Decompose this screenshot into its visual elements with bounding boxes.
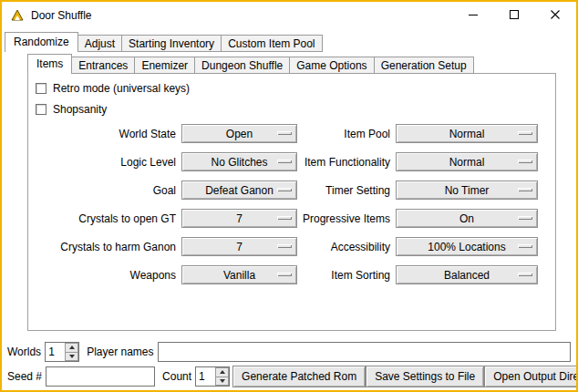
worlds-spinner-arrows <box>65 343 78 361</box>
items-pane: Retro mode (universal keys) Shopsanity W… <box>27 73 556 331</box>
weapons-value: Vanilla <box>223 269 255 282</box>
window: Door Shuffle Randomize Adjust Starting I… <box>0 0 578 392</box>
tab-starting-inventory[interactable]: Starting Inventory <box>121 35 222 52</box>
generate-patched-rom-button[interactable]: Generate Patched Rom <box>232 366 366 387</box>
tab-generation-setup[interactable]: Generation Setup <box>374 57 474 74</box>
count-spinner-up[interactable] <box>215 367 229 377</box>
spinner-down-icon <box>220 379 225 383</box>
world-state-dropdown[interactable]: Open <box>181 124 297 143</box>
app-icon <box>10 8 25 23</box>
form-row: Crystals to harm Ganon 7 Accessibility 1… <box>28 232 555 261</box>
item-functionality-dropdown[interactable]: Normal <box>396 152 538 171</box>
retro-mode-checkbox[interactable] <box>36 83 46 94</box>
worlds-value: 1 <box>46 343 65 361</box>
progressive-items-label: Progressive Items <box>297 212 396 225</box>
dropdown-indicator <box>518 188 532 191</box>
progressive-items-dropdown[interactable]: On <box>396 209 538 228</box>
window-controls <box>453 2 576 28</box>
tab-dungeon-shuffle[interactable]: Dungeon Shuffle <box>194 57 290 74</box>
item-pool-dropdown[interactable]: Normal <box>396 124 538 143</box>
accessibility-value: 100% Locations <box>428 241 505 253</box>
logic-level-dropdown[interactable]: No Glitches <box>181 152 297 171</box>
item-functionality-value: Normal <box>449 156 485 169</box>
item-sorting-dropdown[interactable]: Balanced <box>396 265 538 284</box>
tab-enemizer[interactable]: Enemizer <box>134 57 195 74</box>
goal-value: Defeat Ganon <box>205 184 274 197</box>
dropdown-indicator <box>277 216 292 220</box>
retro-mode-row: Retro mode (universal keys) <box>28 77 555 98</box>
shopsanity-row: Shopsanity <box>28 98 555 119</box>
item-sorting-value: Balanced <box>444 269 490 282</box>
tab-game-options[interactable]: Game Options <box>289 57 374 74</box>
tab-items[interactable]: Items <box>27 54 72 74</box>
player-names-input[interactable] <box>158 342 572 362</box>
form-row: Goal Defeat Ganon Timer Setting No Timer <box>28 176 555 204</box>
seed-input[interactable] <box>46 366 155 387</box>
logic-level-label: Logic Level <box>28 156 181 169</box>
shopsanity-label: Shopsanity <box>53 103 107 116</box>
world-state-label: World State <box>28 128 181 140</box>
item-sorting-label: Item Sorting <box>297 269 396 282</box>
goal-label: Goal <box>28 184 181 197</box>
outer-tab-bar: Randomize Adjust Starting Inventory Cust… <box>5 32 323 52</box>
count-spinner-arrows <box>215 367 229 386</box>
worlds-label: Worlds <box>7 346 41 358</box>
tab-randomize[interactable]: Randomize <box>5 32 78 52</box>
dropdown-indicator <box>277 244 292 248</box>
dropdown-indicator <box>277 273 292 276</box>
crystals-open-gt-value: 7 <box>236 212 243 225</box>
maximize-icon <box>510 10 520 20</box>
count-spinner-down[interactable] <box>215 377 229 387</box>
tab-adjust[interactable]: Adjust <box>77 35 122 52</box>
dropdown-indicator <box>518 131 532 135</box>
crystals-harm-ganon-label: Crystals to harm Ganon <box>28 241 181 253</box>
crystals-harm-ganon-value: 7 <box>236 241 243 253</box>
retro-mode-label: Retro mode (universal keys) <box>53 82 190 95</box>
spinner-up-icon <box>69 346 75 349</box>
count-spinner[interactable]: 1 <box>195 366 230 387</box>
worlds-spinner-down[interactable] <box>65 353 78 362</box>
form-row: Logic Level No Glitches Item Functionali… <box>28 148 555 176</box>
spinner-down-icon <box>69 355 75 358</box>
crystals-harm-ganon-dropdown[interactable]: 7 <box>181 237 297 256</box>
player-names-label: Player names <box>87 346 153 358</box>
accessibility-label: Accessibility <box>297 241 396 253</box>
timer-setting-dropdown[interactable]: No Timer <box>396 181 538 200</box>
spinner-up-icon <box>220 370 225 374</box>
crystals-open-gt-dropdown[interactable]: 7 <box>181 209 297 228</box>
worlds-spinner-up[interactable] <box>65 343 78 353</box>
options-form: World State Open Item Pool Normal Logic … <box>28 119 555 289</box>
weapons-label: Weapons <box>28 269 181 282</box>
tab-custom-item-pool[interactable]: Custom Item Pool <box>221 35 322 52</box>
form-row: Crystals to open GT 7 Progressive Items … <box>28 204 555 232</box>
worlds-row: Worlds 1 Player names <box>7 342 571 362</box>
save-settings-button[interactable]: Save Settings to File <box>366 366 484 387</box>
dropdown-indicator <box>277 131 292 135</box>
open-output-directory-button[interactable]: Open Output Directory <box>484 366 578 387</box>
worlds-spinner[interactable]: 1 <box>45 342 79 362</box>
titlebar: Door Shuffle <box>2 2 576 28</box>
dropdown-indicator <box>277 160 292 163</box>
minimize-button[interactable] <box>453 2 494 28</box>
goal-dropdown[interactable]: Defeat Ganon <box>181 181 297 200</box>
shopsanity-checkbox[interactable] <box>36 104 46 115</box>
accessibility-dropdown[interactable]: 100% Locations <box>396 237 538 256</box>
dropdown-indicator <box>277 188 292 191</box>
inner-tab-bar: Items Entrances Enemizer Dungeon Shuffle… <box>27 54 474 74</box>
dropdown-indicator <box>518 244 532 248</box>
close-button[interactable] <box>535 2 576 28</box>
tab-entrances[interactable]: Entrances <box>71 57 135 74</box>
item-pool-label: Item Pool <box>297 128 396 140</box>
dropdown-indicator <box>518 273 532 276</box>
maximize-button[interactable] <box>494 2 535 28</box>
form-row: Weapons Vanilla Item Sorting Balanced <box>28 261 555 289</box>
item-functionality-label: Item Functionality <box>297 156 396 169</box>
weapons-dropdown[interactable]: Vanilla <box>181 265 297 284</box>
dropdown-indicator <box>518 160 532 163</box>
count-label: Count <box>162 370 191 383</box>
minimize-icon <box>469 10 479 20</box>
seed-row: Seed # Count 1 Generate Patched Rom Save… <box>7 366 571 387</box>
progressive-items-value: On <box>459 212 474 225</box>
logic-level-value: No Glitches <box>211 156 267 169</box>
count-value: 1 <box>196 367 215 386</box>
